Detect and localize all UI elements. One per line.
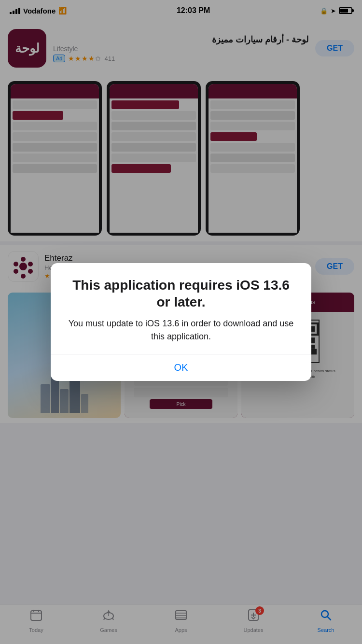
ios-version-dialog: This application requires iOS 13.6 or la…	[51, 263, 311, 381]
dialog-actions: OK	[51, 354, 311, 381]
dialog-title: This application requires iOS 13.6 or la…	[65, 277, 297, 310]
dialog-content: This application requires iOS 13.6 or la…	[51, 263, 311, 354]
dialog-ok-button[interactable]: OK	[51, 354, 311, 381]
modal-overlay: This application requires iOS 13.6 or la…	[0, 0, 362, 644]
dialog-message: You must update to iOS 13.6 in order to …	[65, 317, 297, 343]
